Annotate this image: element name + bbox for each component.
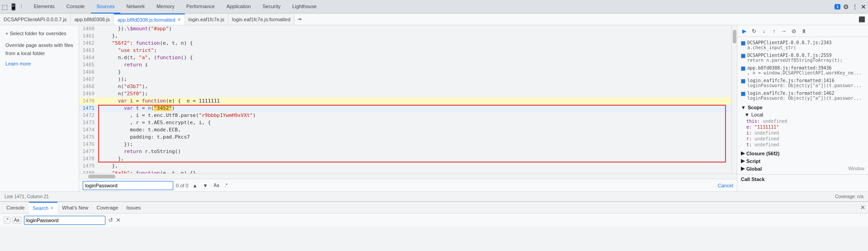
- settings-icon[interactable]: ⚙: [843, 3, 849, 10]
- more-options-icon[interactable]: ⋮: [852, 3, 858, 10]
- sidebar-description: Override page assets with files from a l…: [5, 42, 73, 57]
- code-line: 1461 },: [79, 33, 731, 40]
- status-bar: Line 1471, Column 21 Coverage: n/a: [0, 191, 868, 201]
- tab-sources[interactable]: Sources: [91, 0, 120, 14]
- scope-section: ▼ Scope ▼ Local this: undefined e: "1111…: [737, 102, 868, 149]
- bottom-search-input[interactable]: [24, 216, 105, 225]
- resume-icon[interactable]: ▶: [740, 27, 748, 35]
- file-tab-undock[interactable]: ⬛: [856, 16, 868, 23]
- scope-header[interactable]: ▼ Scope: [737, 104, 868, 111]
- code-search-input[interactable]: [83, 181, 173, 190]
- top-nav: ⬚ 📱 ⋮ Elements Console Sources Network M…: [0, 0, 868, 14]
- step-over-icon[interactable]: ↻: [750, 27, 758, 35]
- step-icon[interactable]: →: [780, 27, 788, 35]
- match-case-button[interactable]: Aa: [212, 182, 221, 189]
- undock-icon[interactable]: ✕: [861, 3, 866, 10]
- tab-search-bottom[interactable]: Search ✕: [29, 202, 57, 214]
- tab-search-label: Search: [33, 205, 48, 211]
- code-scroll-area[interactable]: 1460 }).\$mount("#app") 1461 }, 1462 ": [79, 25, 737, 173]
- bottom-regex-button[interactable]: .*: [4, 217, 10, 223]
- scope-title: Scope: [748, 105, 763, 110]
- bottom-clear-button[interactable]: ✕: [116, 217, 121, 223]
- stack-checkbox-3: [741, 66, 745, 71]
- bottom-case-button[interactable]: Aa: [12, 217, 21, 223]
- code-lines: 1460 }).\$mount("#app") 1461 }, 1462 ": [79, 25, 731, 173]
- code-line-1474: 1474 mode: t.mode.ECB,: [79, 126, 731, 134]
- stack-info-3: app.b8fd0308.js:formatted:39436 , n = wi…: [747, 65, 862, 75]
- horiz-scroll-thumb[interactable]: [88, 175, 115, 178]
- local-scope-header[interactable]: ▼ Local: [737, 111, 868, 118]
- stack-code-4: loginPassword: Object(y["a"])(t.passwor.…: [747, 83, 862, 88]
- step-into-icon[interactable]: ↓: [760, 27, 768, 35]
- code-line: 1467 ));: [79, 76, 731, 83]
- closure-header[interactable]: ▶ Closure (56f2): [737, 149, 868, 157]
- closure-expand-icon: ▶: [741, 150, 745, 156]
- stack-item-1[interactable]: DCSAPPClientAPI-0.0.0.7.js:2343 a.check_…: [737, 39, 868, 51]
- step-out-icon[interactable]: ↑: [770, 27, 778, 35]
- pause-exceptions-icon[interactable]: ⏸: [800, 27, 808, 35]
- learn-more-link[interactable]: Learn more: [5, 61, 73, 66]
- bottom-refresh-button[interactable]: ↺: [108, 217, 113, 223]
- badge-count: 1: [835, 4, 840, 9]
- search-prev-button[interactable]: ▲: [191, 183, 199, 188]
- device-icon[interactable]: 📱: [9, 3, 17, 10]
- file-tab-app-formatted[interactable]: app.b8fd0308.js:formatted ✕: [114, 14, 185, 25]
- stack-item-4[interactable]: login.eaf1fc7e.js:formatted:1416 loginPa…: [737, 77, 868, 89]
- closure-title: Closure (56f2): [746, 151, 779, 156]
- stack-checkbox-5: [741, 92, 745, 96]
- tab-coverage-bottom[interactable]: Coverage: [93, 202, 122, 214]
- code-line: 1468 n("d3b7"),: [79, 83, 731, 90]
- search-next-button[interactable]: ▼: [201, 183, 209, 188]
- stack-checkbox-4: [741, 79, 745, 84]
- global-header[interactable]: ▶ Global: [741, 166, 762, 172]
- tab-issues-bottom[interactable]: Issues: [123, 202, 144, 214]
- tab-console[interactable]: Console: [61, 0, 90, 14]
- horizontal-scrollbar[interactable]: [79, 173, 737, 179]
- local-collapse-icon: ▼: [745, 112, 749, 117]
- coverage-info: Coverage: n/a: [835, 194, 863, 199]
- stack-file-4: login.eaf1fc7e.js:formatted:1416: [747, 78, 862, 83]
- tab-lighthouse[interactable]: Lighthouse: [287, 0, 322, 14]
- tab-memory[interactable]: Memory: [151, 0, 180, 14]
- dots-icon[interactable]: ⋮: [19, 4, 24, 9]
- stack-file-2: DCSAPPClientAPI-0.0.0.7.js:2559: [747, 53, 843, 58]
- vertical-scrollbar[interactable]: [731, 25, 737, 173]
- tab-application[interactable]: Application: [221, 0, 256, 14]
- file-tab-app[interactable]: app.b8fd0308.js: [71, 14, 114, 25]
- bottom-search-bar: .* Aa ↺ ✕: [0, 213, 868, 227]
- inspect-icon[interactable]: ⬚: [2, 3, 8, 10]
- tab-whats-new-bottom[interactable]: What's New: [58, 202, 92, 214]
- select-folder-button[interactable]: + Select folder for overrides: [5, 29, 73, 38]
- stack-info-1: DCSAPPClientAPI-0.0.0.7.js:2343 a.check_…: [747, 40, 832, 50]
- script-header[interactable]: ▶ Script: [737, 157, 868, 165]
- code-line: 1463 "use strict";: [79, 47, 731, 54]
- tab-console-bottom[interactable]: Console: [3, 202, 28, 214]
- tab-console-label: Console: [6, 205, 24, 210]
- code-line: 1464 n.d(t, "a", (function() {: [79, 54, 731, 61]
- close-bottom-panel-button[interactable]: ✕: [860, 204, 865, 211]
- code-line-1475: 1475 padding: t.pad.Pkcs7: [79, 134, 731, 141]
- file-tab-login-formatted[interactable]: login.eaf1fc7e.js:formatted: [228, 14, 294, 25]
- main-area: + Select folder for overrides Override p…: [0, 25, 868, 191]
- file-tabs-collapse-icon[interactable]: ⇥: [294, 16, 304, 22]
- tab-performance[interactable]: Performance: [181, 0, 220, 14]
- search-cancel-button[interactable]: Cancel: [718, 183, 733, 188]
- deactivate-icon[interactable]: ⊘: [790, 27, 798, 35]
- tab-search-close[interactable]: ✕: [50, 206, 54, 210]
- tab-network[interactable]: Network: [121, 0, 150, 14]
- file-tab-dcsapp[interactable]: DCSAPPClientAPI-0.0.0.7.js: [0, 14, 71, 25]
- tab-elements[interactable]: Elements: [28, 0, 60, 14]
- stack-item-5[interactable]: login.eaf1fc7e.js:formatted:1462 loginPa…: [737, 89, 868, 102]
- file-tab-dcsapp-label: DCSAPPClientAPI-0.0.0.7.js: [4, 17, 66, 22]
- file-tab-close-icon[interactable]: ✕: [177, 17, 181, 22]
- tab-security[interactable]: Security: [257, 0, 286, 14]
- stack-info-4: login.eaf1fc7e.js:formatted:1416 loginPa…: [747, 78, 862, 88]
- search-options-bottom: .* Aa: [4, 217, 21, 223]
- debugger-toolbar: ▶ ↻ ↓ ↑ → ⊘ ⏸: [737, 25, 868, 37]
- file-tab-login[interactable]: login.eaf1fc7e.js: [185, 14, 229, 25]
- regex-button[interactable]: .*: [223, 182, 230, 189]
- stack-item-3[interactable]: app.b8fd0308.js:formatted:39436 , n = wi…: [737, 64, 868, 77]
- scroll-thumb[interactable]: [733, 30, 736, 43]
- scope-item-this: this: undefined: [737, 118, 868, 124]
- stack-item-2[interactable]: DCSAPPClientAPI-0.0.0.7.js:2559 return n…: [737, 51, 868, 64]
